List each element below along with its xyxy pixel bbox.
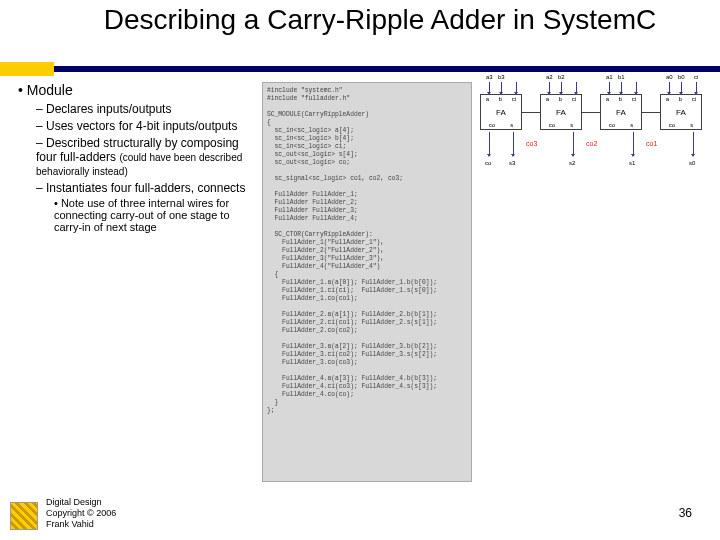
lbl-s2: s2: [569, 160, 575, 166]
fa-box-0: abci FA cos: [660, 94, 702, 130]
bullet-list: Module Declares inputs/outputs Uses vect…: [18, 82, 258, 233]
arrow-icon: [489, 132, 490, 154]
lbl-a2: a2: [546, 74, 553, 80]
lbl-a0: a0: [666, 74, 673, 80]
arrow-icon: [669, 82, 670, 92]
bullet-declares: Declares inputs/outputs: [36, 102, 258, 116]
fa-box-2: abci FA cos: [540, 94, 582, 130]
arrow-icon: [561, 82, 562, 92]
lbl-a1: a1: [606, 74, 613, 80]
lbl-s1: s1: [629, 160, 635, 166]
footer-text: Digital Design Copyright © 2006 Frank Va…: [46, 497, 116, 530]
bullet-module: Module: [18, 82, 258, 98]
lbl-co: co: [485, 160, 491, 166]
arrow-icon: [696, 82, 697, 92]
wire-co2: [582, 112, 600, 113]
arrow-icon: [576, 82, 577, 92]
lbl-b1: b1: [618, 74, 625, 80]
accent-yellow: [0, 62, 54, 76]
footer-line2: Copyright © 2006: [46, 508, 116, 519]
logo-icon: [10, 502, 38, 530]
arrow-icon: [633, 132, 634, 154]
arrow-icon: [516, 82, 517, 92]
footer-line1: Digital Design: [46, 497, 116, 508]
arrow-icon: [573, 132, 574, 154]
arrow-icon: [549, 82, 550, 92]
arrow-icon: [693, 132, 694, 154]
footer-line3: Frank Vahid: [46, 519, 116, 530]
lbl-co3: co3: [526, 140, 537, 147]
lbl-ci: ci: [694, 74, 698, 80]
bullet-internal-wires: Note use of three internal wires for con…: [54, 197, 258, 233]
adder-diagram: a3 b3 a2 b2 a1 b1 a0 b0 ci abci FA cos a…: [480, 74, 716, 194]
fa-box-3: abci FA cos: [480, 94, 522, 130]
arrow-icon: [609, 82, 610, 92]
arrow-icon: [501, 82, 502, 92]
page-number: 36: [679, 506, 692, 520]
fa-box-1: abci FA cos: [600, 94, 642, 130]
wire-co3: [522, 112, 540, 113]
lbl-b0: b0: [678, 74, 685, 80]
bullet-structural: Described structurally by composing four…: [36, 136, 258, 178]
lbl-b3: b3: [498, 74, 505, 80]
bullet-vectors: Uses vectors for 4-bit inputs/outputs: [36, 119, 258, 133]
code-screenshot: #include "systemc.h" #include "fulladder…: [262, 82, 472, 482]
lbl-co1: co1: [646, 140, 657, 147]
arrow-icon: [636, 82, 637, 92]
lbl-a3: a3: [486, 74, 493, 80]
lbl-s3: s3: [509, 160, 515, 166]
arrow-icon: [621, 82, 622, 92]
slide-title: Describing a Carry-Ripple Adder in Syste…: [60, 4, 700, 36]
lbl-s0: s0: [689, 160, 695, 166]
lbl-co2: co2: [586, 140, 597, 147]
wire-co1: [642, 112, 660, 113]
lbl-b2: b2: [558, 74, 565, 80]
arrow-icon: [489, 82, 490, 92]
arrow-icon: [513, 132, 514, 154]
arrow-icon: [681, 82, 682, 92]
accent-navy: [54, 66, 720, 72]
bullet-instantiates: Instantiates four full-adders, connects: [36, 181, 258, 195]
